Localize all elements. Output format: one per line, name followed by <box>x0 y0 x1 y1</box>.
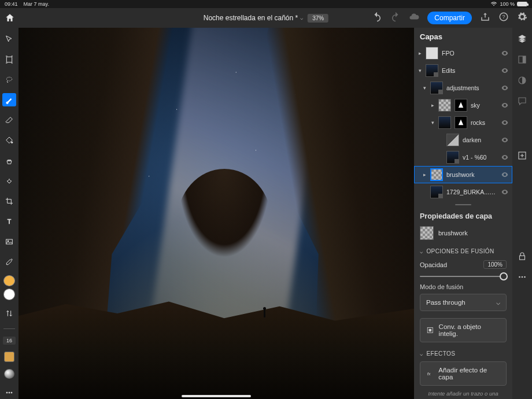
transform-tool[interactable] <box>2 53 16 66</box>
document-title[interactable]: Noche estrellada en el cañón * ⌵ <box>204 14 303 22</box>
effects-section[interactable]: ⌵ EFECTOS <box>414 347 512 360</box>
lock-icon[interactable] <box>517 251 527 261</box>
export-icon[interactable] <box>480 12 490 24</box>
visibility-icon[interactable] <box>501 101 509 109</box>
comments-tab-icon[interactable] <box>517 96 527 106</box>
visibility-icon[interactable] <box>501 66 509 75</box>
layer-properties-title: Propiedades de capa <box>414 208 512 224</box>
layer-name: Edits <box>442 67 497 74</box>
app-top-bar: Noche estrellada en el cañón * ⌵ 37% Com… <box>0 8 532 28</box>
layer-name: sky <box>471 102 497 109</box>
svg-point-6 <box>8 240 9 241</box>
layer-thumb <box>430 82 443 94</box>
home-indicator[interactable] <box>182 395 251 397</box>
right-icon-strip <box>512 28 532 399</box>
svg-text:fx: fx <box>427 371 431 376</box>
layers-list: ▸ FPO ▾ Edits ▾ adjustments ▸ <box>414 45 512 201</box>
healing-tool[interactable] <box>2 174 16 187</box>
layer-thumb <box>430 168 443 181</box>
undo-button[interactable] <box>372 12 382 24</box>
layer-row-fpo[interactable]: ▸ FPO <box>414 45 512 62</box>
panel-drag-handle[interactable] <box>455 204 471 205</box>
battery-percent: 100 % <box>500 1 515 7</box>
current-color-chip[interactable] <box>4 352 14 361</box>
visibility-icon[interactable] <box>501 171 509 179</box>
foreground-color-swatch[interactable] <box>3 275 15 286</box>
smart-object-icon <box>426 326 434 334</box>
svg-point-8 <box>9 392 10 393</box>
layer-mask-thumb <box>455 99 467 112</box>
blend-mode-select[interactable]: Pass through ⌵ <box>420 294 507 311</box>
visibility-icon[interactable] <box>501 153 509 161</box>
layer-row-edits[interactable]: ▾ Edits <box>414 62 512 79</box>
visibility-icon[interactable] <box>501 188 509 196</box>
brush-preview-chip[interactable] <box>4 369 14 379</box>
svg-point-9 <box>11 392 12 393</box>
battery-icon <box>517 2 527 6</box>
layer-mask-thumb <box>455 116 467 129</box>
svg-point-19 <box>522 276 523 278</box>
disclosure-icon[interactable]: ▸ <box>430 102 435 108</box>
add-layer-effect-button[interactable]: fx Añadir efecto de capa <box>420 361 507 386</box>
layer-row-sky[interactable]: ▸ sky <box>414 97 512 114</box>
svg-rect-17 <box>520 256 525 260</box>
svg-point-2 <box>6 77 12 81</box>
blend-mode-label: Modo de fusión <box>414 282 512 293</box>
more-tools-icon[interactable] <box>2 386 16 399</box>
disclosure-icon[interactable]: ▸ <box>418 50 422 56</box>
visibility-icon[interactable] <box>501 119 509 127</box>
layer-thumb <box>446 151 459 164</box>
help-icon[interactable]: ? <box>498 12 509 24</box>
clone-stamp-tool[interactable] <box>2 154 16 167</box>
layers-tab-icon[interactable] <box>517 34 527 44</box>
opacity-label: Opacidad <box>420 261 447 268</box>
fx-icon: fx <box>426 370 434 378</box>
move-tool[interactable] <box>2 32 16 46</box>
layer-name: 1729_BURKA...anced-NR33 <box>446 189 497 195</box>
chevron-down-icon: ⌵ <box>300 15 303 21</box>
cloud-sync-icon[interactable] <box>409 12 419 24</box>
layer-row-darken[interactable]: darken <box>414 131 512 149</box>
fill-tool[interactable] <box>2 134 16 147</box>
share-button[interactable]: Compartir <box>427 12 472 24</box>
visibility-icon[interactable] <box>501 84 509 92</box>
opacity-value[interactable]: 100% <box>483 260 507 269</box>
layer-row-adjustments[interactable]: ▾ adjustments <box>414 79 512 97</box>
canvas-image <box>19 28 414 399</box>
swap-colors-tool[interactable] <box>2 307 16 320</box>
disclosure-icon[interactable]: ▾ <box>418 68 422 73</box>
svg-rect-14 <box>523 56 526 63</box>
layer-row-raw[interactable]: 1729_BURKA...anced-NR33 <box>414 183 512 201</box>
layer-row-rocks[interactable]: ▾ rocks <box>414 114 512 131</box>
add-layer-icon[interactable] <box>517 150 527 161</box>
layer-row-brushwork[interactable]: ▸ brushwork <box>414 166 512 183</box>
zoom-badge[interactable]: 37% <box>308 14 328 23</box>
canvas-viewport[interactable] <box>19 28 414 399</box>
brush-tool[interactable] <box>2 93 16 106</box>
visibility-icon[interactable] <box>501 49 509 57</box>
home-icon[interactable] <box>5 13 15 23</box>
eraser-tool[interactable] <box>2 113 16 127</box>
adjustments-tab-icon[interactable] <box>517 75 527 86</box>
background-color-swatch[interactable] <box>3 289 15 300</box>
opacity-slider[interactable] <box>420 272 507 276</box>
convert-smart-object-button[interactable]: Conv. a objeto intelig. <box>420 318 507 342</box>
more-options-icon[interactable] <box>517 272 527 282</box>
disclosure-icon[interactable]: ▸ <box>422 172 427 178</box>
layer-row-v1[interactable]: v1 - %60 <box>414 149 512 166</box>
disclosure-icon[interactable]: ▾ <box>422 85 427 91</box>
redo-button[interactable] <box>390 12 401 24</box>
effects-hint-text: Intente añadir un trazo o una <box>414 390 512 399</box>
crop-tool[interactable] <box>2 194 16 208</box>
type-tool[interactable]: T <box>2 215 16 228</box>
eyedropper-tool[interactable] <box>2 255 16 268</box>
properties-tab-icon[interactable] <box>517 54 527 65</box>
settings-gear-icon[interactable] <box>517 12 527 24</box>
chevron-down-icon: ⌵ <box>420 351 423 357</box>
brush-size-indicator[interactable]: 16 <box>3 337 16 345</box>
visibility-icon[interactable] <box>501 136 509 144</box>
disclosure-icon[interactable]: ▾ <box>430 120 435 125</box>
lasso-tool[interactable] <box>2 73 16 86</box>
blend-options-section[interactable]: ⌵ OPCIONES DE FUSIÓN <box>414 245 512 258</box>
place-photo-tool[interactable] <box>2 235 16 248</box>
